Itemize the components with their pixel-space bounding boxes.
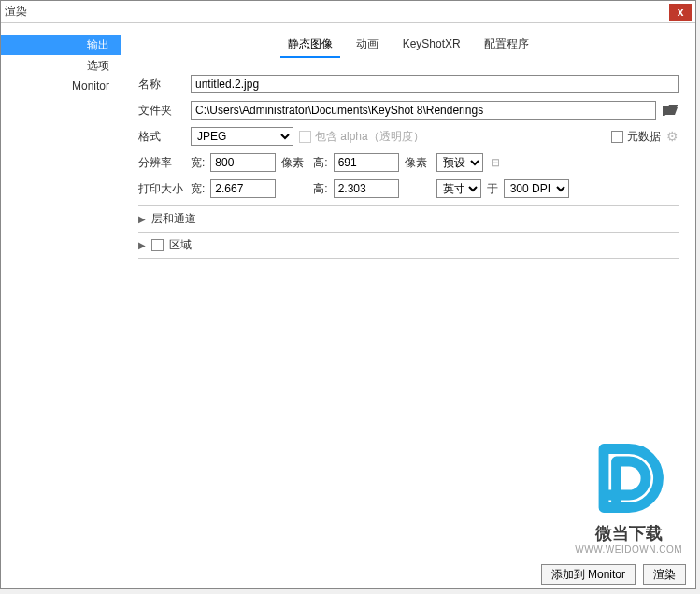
tab-configurator[interactable]: 配置程序	[477, 35, 536, 56]
preset-select[interactable]: 预设	[436, 153, 483, 172]
res-height-label: 高:	[313, 155, 327, 171]
row-format: 格式 JPEG 包含 alpha（透明度） 元数据 ⚙	[138, 127, 679, 146]
folder-input[interactable]	[191, 101, 656, 120]
res-height-unit: 像素	[405, 155, 431, 171]
section-layers-header[interactable]: ▶ 层和通道	[138, 211, 679, 227]
dpi-select[interactable]: 300 DPI	[504, 179, 569, 198]
section-region-label: 区域	[169, 237, 192, 253]
close-button[interactable]: x	[669, 4, 692, 21]
sidebar-item-monitor[interactable]: Monitor	[1, 76, 121, 96]
section-region: ▶ 区域	[138, 232, 679, 259]
format-select[interactable]: JPEG	[191, 127, 293, 146]
print-width-input[interactable]	[210, 179, 276, 198]
row-folder: 文件夹	[138, 101, 679, 120]
window-title: 渲染	[5, 4, 669, 20]
render-button[interactable]: 渲染	[643, 564, 686, 585]
res-width-label: 宽:	[191, 155, 205, 171]
metadata-label: 元数据	[627, 129, 661, 145]
res-width-unit: 像素	[281, 155, 307, 171]
alpha-label: 包含 alpha（透明度）	[315, 129, 424, 145]
resolution-label: 分辨率	[138, 155, 185, 171]
main-panel: 静态图像 动画 KeyShotXR 配置程序 名称 文件夹 格式 JPEG	[121, 23, 695, 559]
section-layers: ▶ 层和通道	[138, 205, 679, 232]
tab-animation[interactable]: 动画	[349, 35, 386, 56]
chevron-right-icon: ▶	[138, 214, 146, 224]
section-layers-label: 层和通道	[151, 211, 196, 227]
tab-keyshotxr[interactable]: KeyShotXR	[395, 35, 468, 54]
unit-select[interactable]: 英寸	[436, 179, 481, 198]
dialog-body: 输出 选项 Monitor 静态图像 动画 KeyShotXR 配置程序 名称 …	[1, 23, 695, 559]
section-region-header[interactable]: ▶ 区域	[138, 237, 679, 253]
printsize-label: 打印大小	[138, 181, 185, 197]
close-icon: x	[678, 6, 684, 19]
print-height-input[interactable]	[334, 179, 399, 198]
add-to-monitor-button[interactable]: 添加到 Monitor	[541, 564, 636, 585]
alpha-checkbox-wrap: 包含 alpha（透明度）	[299, 129, 424, 145]
res-width-input[interactable]	[210, 153, 276, 172]
name-label: 名称	[138, 77, 185, 92]
print-width-label: 宽:	[191, 181, 205, 197]
print-height-label: 高:	[313, 181, 327, 197]
tab-static-image[interactable]: 静态图像	[280, 35, 340, 58]
at-label: 于	[487, 181, 498, 197]
sidebar-item-output[interactable]: 输出	[1, 35, 121, 55]
row-name: 名称	[138, 75, 679, 93]
region-checkbox[interactable]	[151, 239, 164, 251]
metadata-checkbox[interactable]	[611, 131, 623, 143]
row-resolution: 分辨率 宽: 像素 高: 像素 预设 ⊟	[138, 153, 679, 172]
folder-label: 文件夹	[138, 103, 185, 119]
format-label: 格式	[138, 129, 185, 145]
titlebar: 渲染 x	[1, 1, 695, 23]
alpha-checkbox	[299, 131, 311, 143]
res-height-input[interactable]	[334, 153, 399, 172]
chevron-right-icon: ▶	[138, 240, 146, 250]
lock-aspect-icon[interactable]: ⊟	[489, 156, 502, 169]
folder-browse-icon[interactable]	[662, 102, 679, 119]
footer: 添加到 Monitor 渲染	[1, 559, 695, 588]
sidebar-item-options[interactable]: 选项	[1, 55, 121, 76]
sidebar: 输出 选项 Monitor	[1, 23, 121, 559]
metadata-checkbox-wrap[interactable]: 元数据	[611, 129, 661, 145]
render-dialog: 渲染 x 输出 选项 Monitor 静态图像 动画 KeyShotXR 配置程…	[0, 0, 696, 589]
name-input[interactable]	[191, 75, 679, 93]
row-printsize: 打印大小 宽: 高: 英寸 于 300 DPI	[138, 179, 679, 198]
tabs: 静态图像 动画 KeyShotXR 配置程序	[138, 35, 679, 58]
metadata-gear-icon[interactable]: ⚙	[666, 129, 679, 144]
